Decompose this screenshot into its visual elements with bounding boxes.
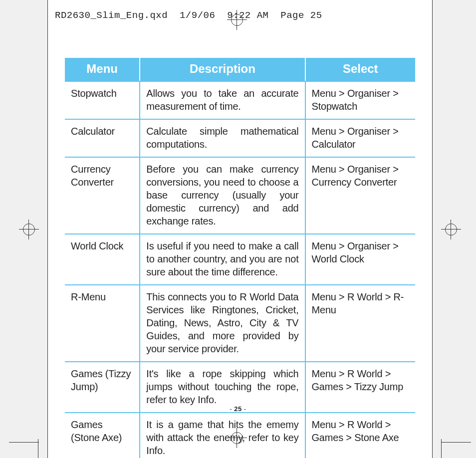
cell-description: It is a game that hits the ememy with at… bbox=[140, 413, 305, 458]
column-header-menu: Menu bbox=[65, 58, 140, 81]
cell-select: Menu > Organiser > Stopwatch bbox=[305, 81, 416, 119]
features-table: Menu Description Select Stopwatch Allows… bbox=[65, 58, 415, 458]
cell-menu: Stopwatch bbox=[65, 81, 140, 119]
table-row: R-Menu This connects you to R World Data… bbox=[65, 285, 415, 362]
cell-description: Is useful if you need to make a call to … bbox=[140, 234, 305, 285]
column-header-select: Select bbox=[305, 58, 416, 81]
crop-mark bbox=[9, 442, 39, 443]
cell-description: Calculate simple mathematical computatio… bbox=[140, 119, 305, 157]
table-row: World Clock Is useful if you need to mak… bbox=[65, 234, 415, 285]
column-header-description: Description bbox=[140, 58, 305, 81]
table-row: Currency Converter Before you can make c… bbox=[65, 157, 415, 234]
page-number-value: 25 bbox=[234, 405, 241, 413]
cell-menu: Games (Stone Axe) bbox=[65, 413, 140, 458]
cell-select: Menu > R World > R-Menu bbox=[305, 285, 416, 362]
page-number: - 25 - bbox=[0, 405, 476, 413]
print-header: RD2630_Slim_Eng.qxd 1/9/06 9:22 AM Page … bbox=[55, 10, 322, 21]
table-row: Games (Stone Axe) It is a game that hits… bbox=[65, 413, 415, 458]
crop-mark bbox=[38, 439, 38, 458]
cell-select: Menu > R World > Games > Stone Axe bbox=[305, 413, 416, 458]
crop-mark bbox=[47, 0, 48, 458]
cell-description: Allows you to take an accurate measureme… bbox=[140, 81, 305, 119]
table-row: Calculator Calculate simple mathematical… bbox=[65, 119, 415, 157]
registration-mark-icon bbox=[19, 220, 39, 239]
table-row: Stopwatch Allows you to take an accurate… bbox=[65, 81, 415, 119]
registration-mark-icon bbox=[441, 220, 461, 239]
cell-description: This connects you to R World Data Servic… bbox=[140, 285, 305, 362]
cell-menu: Currency Converter bbox=[65, 157, 140, 234]
cell-select: Menu > Organiser > Calculator bbox=[305, 119, 416, 157]
cell-menu: R-Menu bbox=[65, 285, 140, 362]
cell-select: Menu > Organiser > World Clock bbox=[305, 234, 416, 285]
cell-description: Before you can make currency conversions… bbox=[140, 157, 305, 234]
cell-select: Menu > Organiser > Currency Converter bbox=[305, 157, 416, 234]
cell-menu: Calculator bbox=[65, 119, 140, 157]
table-header-row: Menu Description Select bbox=[65, 58, 415, 81]
crop-mark bbox=[441, 439, 442, 458]
crop-mark bbox=[441, 442, 471, 443]
crop-mark bbox=[432, 0, 433, 458]
cell-menu: World Clock bbox=[65, 234, 140, 285]
